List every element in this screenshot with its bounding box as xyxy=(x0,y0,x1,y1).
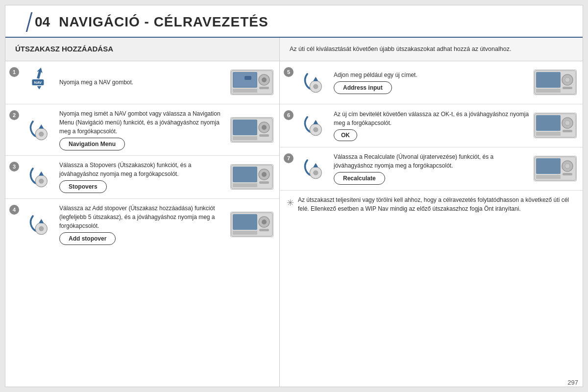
step-icon-7 xyxy=(296,154,331,183)
step-row-1: 1 NAV Nyomja meg a NAV gombot. xyxy=(5,61,279,104)
section-description: Az úti cél kiválasztását követően újabb … xyxy=(280,38,583,61)
header-decoration xyxy=(13,12,33,32)
section-top: ÚTSZAKASZ HOZZÁADÁSA Az úti cél kiválasz… xyxy=(5,38,583,61)
step-text-6: Az új cím bevitelét követően válassza az… xyxy=(334,110,531,141)
svg-rect-41 xyxy=(536,72,561,88)
svg-rect-23 xyxy=(233,167,257,182)
section-title: ÚTSZAKASZ HOZZÁADÁSA xyxy=(15,45,113,53)
svg-rect-51 xyxy=(536,132,561,136)
step-text-2: Nyomja meg ismét a NAV gombot vagy válas… xyxy=(59,109,227,150)
svg-point-44 xyxy=(565,77,570,82)
svg-point-6 xyxy=(262,77,267,82)
svg-rect-15 xyxy=(233,136,257,140)
svg-text:NAV: NAV xyxy=(34,81,43,85)
section-title-box: ÚTSZAKASZ HOZZÁADÁSA xyxy=(5,38,280,61)
svg-point-30 xyxy=(39,226,44,231)
svg-rect-18 xyxy=(259,134,269,137)
step-icon-3 xyxy=(22,162,56,192)
step-image-4 xyxy=(230,212,274,237)
step-number-3: 3 xyxy=(9,162,19,172)
chapter-number: 04 xyxy=(35,14,50,30)
svg-point-17 xyxy=(262,125,267,130)
svg-rect-63 xyxy=(563,173,572,175)
note-row: ✳ Az útszakaszt teljesíteni vagy törölni… xyxy=(280,191,583,218)
svg-rect-8 xyxy=(234,73,256,87)
main-content: 1 NAV Nyomja meg a NAV gombot. xyxy=(5,61,583,387)
svg-rect-36 xyxy=(259,229,269,231)
step-icon-5 xyxy=(296,68,331,97)
page: 04 NAVIGÁCIÓ - CÉLRAVEZETÉS ÚTSZAKASZ HO… xyxy=(5,5,583,387)
step-row-2: 2 Nyomja meg ismét a NAV gombot vagy vál… xyxy=(5,104,279,156)
svg-point-53 xyxy=(565,121,570,125)
svg-point-48 xyxy=(313,127,318,132)
step-number-5: 5 xyxy=(284,67,294,77)
recalculate-button: Recalculate xyxy=(334,172,385,185)
svg-rect-27 xyxy=(259,181,269,184)
svg-rect-32 xyxy=(233,214,257,230)
step-image-6 xyxy=(534,113,578,138)
svg-rect-50 xyxy=(536,115,561,131)
chapter-title: NAVIGÁCIÓ - CÉLRAVEZETÉS xyxy=(59,14,268,30)
svg-rect-45 xyxy=(563,87,572,89)
step-text-5: Adjon meg például egy új címet. Address … xyxy=(334,71,531,94)
right-column: 5 Adjon meg például egy új címet. Addres… xyxy=(280,61,583,387)
step-image-1 xyxy=(230,70,274,95)
step-icon-1: NAV xyxy=(22,68,56,97)
step-image-5 xyxy=(534,70,578,95)
svg-rect-42 xyxy=(536,89,561,93)
svg-rect-4 xyxy=(233,89,257,93)
svg-rect-59 xyxy=(536,158,561,174)
svg-point-57 xyxy=(313,171,318,175)
step-text-7: Válassza a Recalculate (Útvonal újraterv… xyxy=(334,152,531,185)
address-input-button: Address input xyxy=(334,81,392,94)
step-icon-2 xyxy=(22,115,56,145)
step-image-3 xyxy=(230,164,274,190)
step-number-2: 2 xyxy=(9,110,19,120)
step-icon-6 xyxy=(296,111,331,140)
svg-rect-24 xyxy=(233,183,257,187)
step-text-3: Válassza a Stopovers (Útszakaszok) funkc… xyxy=(59,161,227,193)
page-header: 04 NAVIGÁCIÓ - CÉLRAVEZETÉS xyxy=(5,5,583,38)
svg-rect-54 xyxy=(563,130,572,132)
svg-rect-60 xyxy=(536,175,561,179)
note-icon: ✳ xyxy=(287,196,294,210)
svg-rect-9 xyxy=(245,76,251,80)
step-icon-4 xyxy=(22,210,56,239)
step-row-7: 7 Válassza a Recalculate (Útvonal újrate… xyxy=(280,147,583,191)
step-number-1: 1 xyxy=(9,67,19,77)
svg-point-12 xyxy=(39,131,44,136)
svg-point-39 xyxy=(313,84,318,89)
add-stopover-button: Add stopover xyxy=(59,232,116,245)
step-text-1: Nyomja meg a NAV gombot. xyxy=(59,78,227,87)
svg-point-26 xyxy=(262,172,267,177)
svg-point-35 xyxy=(262,220,267,224)
svg-rect-7 xyxy=(259,87,269,89)
step-row-5: 5 Adjon meg például egy új címet. Addres… xyxy=(280,61,583,104)
svg-point-21 xyxy=(39,179,44,184)
page-number: 297 xyxy=(567,379,578,386)
note-text: Az útszakaszt teljesíteni vagy törölni k… xyxy=(298,196,576,213)
svg-point-62 xyxy=(565,164,570,169)
step-text-4: Válassza az Add stopover (Útszakasz hozz… xyxy=(59,204,227,245)
stopovers-button: Stopovers xyxy=(59,180,107,193)
step-number-4: 4 xyxy=(9,205,19,215)
step-row-6: 6 Az új cím bevitelét követően válassza … xyxy=(280,104,583,147)
navigation-menu-button: Navigation Menu xyxy=(59,138,125,150)
step-number-6: 6 xyxy=(284,110,294,120)
step-row-3: 3 Válassza a Stopovers (Útszakaszok) fun… xyxy=(5,156,279,199)
step-image-7 xyxy=(534,156,578,181)
left-column: 1 NAV Nyomja meg a NAV gombot. xyxy=(5,61,280,387)
step-number-7: 7 xyxy=(284,153,294,163)
svg-rect-33 xyxy=(233,231,257,235)
svg-rect-14 xyxy=(233,120,257,135)
ok-button: OK xyxy=(334,129,357,141)
step-row-4: 4 Válassza az Add stopover (Útszakasz ho… xyxy=(5,199,279,250)
step-image-2 xyxy=(230,117,274,143)
